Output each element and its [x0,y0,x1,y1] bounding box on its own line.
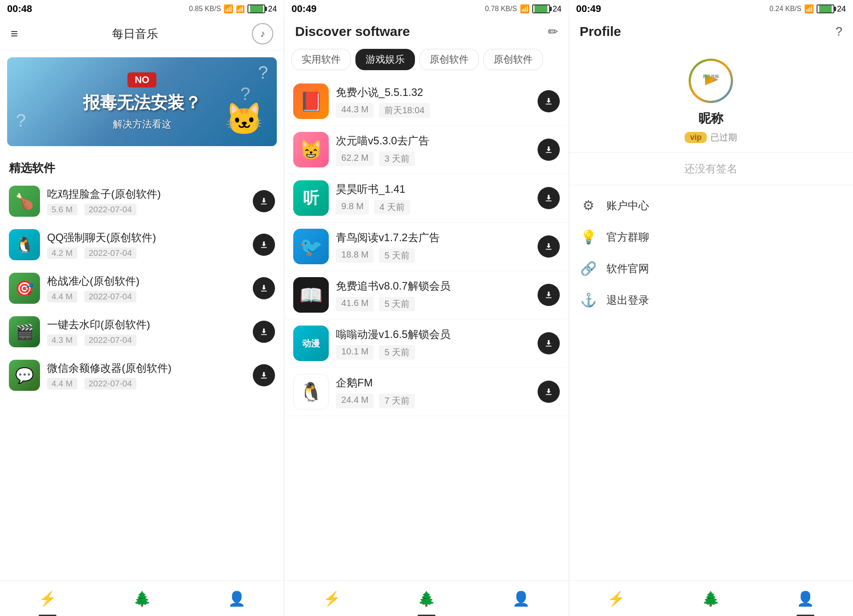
discover-title: Discover software [295,24,410,39]
discover-list-item: 🐧 企鹅FM 24.4 M 7 天前 [284,368,568,416]
app-icon: 🎯 [9,273,40,304]
app-date: 2022-07-04 [84,291,136,302]
download-button[interactable] [253,364,275,386]
download-button[interactable] [253,190,275,212]
nav-discover-2[interactable]: 🌲 [379,581,474,616]
discover-app-date: 3 天前 [379,151,415,166]
app-meta: 5.6 M 2022-07-04 [47,204,246,215]
discover-app-meta: 41.6 M 5 天前 [336,297,530,311]
battery-2 [532,4,550,13]
nav-home-3[interactable]: ⚡ [569,581,664,616]
download-button[interactable] [253,321,275,343]
signal-icon-1: 📶 [236,5,245,13]
bottom-nav-3: ⚡ 🌲 👤 [569,580,853,616]
lightning-icon-2: ⚡ [323,590,341,607]
filter-tab-0[interactable]: 实用软件 [291,49,351,70]
lightning-icon-1: ⚡ [39,590,56,607]
discover-app-name: 企鹅FM [336,376,530,390]
help-icon[interactable]: ? [835,24,842,39]
status-bars: 00:48 0.85 KB/S 📶 📶 24 00:49 0.78 KB/S 📶… [0,0,853,18]
discover-list-item: 📖 免费追书v8.0.7解锁会员 41.6 M 5 天前 [284,271,568,319]
discover-app-meta: 44.3 M 前天18:04 [336,103,530,118]
bottom-nav-2: ⚡ 🌲 👤 [284,580,568,616]
discover-download-button[interactable] [538,90,560,112]
network-speed-3: 0.24 KB/S [769,5,801,13]
app-name: 枪战准心(原创软件) [47,274,246,288]
profile-menu-item-3[interactable]: ⚓ 退出登录 [569,284,853,316]
wifi-icon-3: 📶 [804,4,814,14]
discover-app-size: 18.8 M [336,248,374,263]
tree-icon-2: 🌲 [418,590,435,607]
filter-tab-2[interactable]: 原创软件 [419,49,479,70]
panel-profile: Profile ? 腾讯视频 [569,18,853,616]
app-date: 2022-07-04 [84,378,136,389]
discover-download-button[interactable] [538,381,560,403]
time-1: 00:48 [7,3,32,15]
avatar: 腾讯视频 [689,59,733,103]
discover-app-name: 青鸟阅读v1.7.2去广告 [336,231,530,245]
app-list-item: 💬 微信余额修改器(原创软件) 4.4 M 2022-07-04 [0,354,284,397]
discover-app-info: 企鹅FM 24.4 M 7 天前 [336,376,530,408]
nav-profile-3[interactable]: 👤 [758,581,853,616]
battery-num-2: 24 [553,4,562,14]
filter-tab-1[interactable]: 游戏娱乐 [355,49,415,70]
nav-discover-3[interactable]: 🌲 [664,581,758,616]
app-info: QQ强制聊天(原创软件) 4.2 M 2022-07-04 [47,231,246,259]
discover-download-button[interactable] [538,235,560,258]
status-bar-1: 00:48 0.85 KB/S 📶 📶 24 [0,0,284,18]
discover-list-item: 😸 次元喵v5.3.0去广告 62.2 M 3 天前 [284,126,568,174]
banner-main-text: 报毒无法安装？ [83,92,201,114]
profile-menu-item-0[interactable]: ⚙ 账户中心 [569,190,853,221]
app-list-item: 🍗 吃鸡捏脸盒子(原创软件) 5.6 M 2022-07-04 [0,179,284,223]
app-list-item: 🎬 一键去水印(原创软件) 4.3 M 2022-07-04 [0,310,284,354]
settings-icon: ⚙ [580,198,598,213]
app-meta: 4.4 M 2022-07-04 [47,291,246,302]
discover-app-name: 嗡嗡动漫v1.6.5解锁会员 [336,327,530,342]
app-meta: 4.3 M 2022-07-04 [47,334,246,346]
discover-app-info: 免费小说_5.5.1.32 44.3 M 前天18:04 [336,85,530,118]
discover-download-button[interactable] [538,284,560,306]
profile-menu-item-2[interactable]: 🔗 软件官网 [569,253,853,284]
wifi-icon-2: 📶 [520,4,530,14]
discover-app-date: 7 天前 [379,393,415,408]
tree-icon-1: 🌲 [133,590,151,607]
discover-download-button[interactable] [538,187,560,209]
app-list-item: 🐧 QQ强制聊天(原创软件) 4.2 M 2022-07-04 [0,223,284,266]
discover-header: Discover software ✏ [284,18,568,45]
battery-num-3: 24 [837,4,846,14]
website-icon: 🔗 [580,261,598,276]
music-note-icon: ♪ [260,28,265,40]
nav-profile-1[interactable]: 👤 [189,581,284,616]
discover-app-date: 4 天前 [374,200,410,215]
discover-app-icon: 🐦 [293,229,329,264]
profile-header: Profile ? [569,18,853,45]
music-button[interactable]: ♪ [252,23,273,44]
download-button[interactable] [253,234,275,256]
app-info: 吃鸡捏脸盒子(原创软件) 5.6 M 2022-07-04 [47,187,246,215]
nav-profile-2[interactable]: 👤 [474,581,569,616]
menu-icon[interactable]: ≡ [11,27,18,41]
discover-app-name: 免费追书v8.0.7解锁会员 [336,279,530,293]
banner-sub-text: 解决方法看这 [113,118,171,131]
app-icon: 🐧 [9,229,40,260]
discover-app-size: 9.8 M [336,200,369,215]
discover-app-size: 24.4 M [336,393,374,408]
nav-home-1[interactable]: ⚡ [0,581,95,616]
menu-item-label-2: 软件官网 [606,262,649,276]
discover-app-info: 青鸟阅读v1.7.2去广告 18.8 M 5 天前 [336,231,530,263]
discover-app-name: 昊昊听书_1.41 [336,182,530,196]
edit-icon[interactable]: ✏ [548,24,558,39]
discover-app-icon: 🐧 [293,374,329,409]
network-speed-2: 0.78 KB/S [485,5,517,13]
panel-discover: Discover software ✏ 实用软件游戏娱乐原创软件原创软件 📕 免… [284,18,569,616]
nav-discover-1[interactable]: 🌲 [95,581,189,616]
profile-menu-item-1[interactable]: 💡 官方群聊 [569,221,853,253]
discover-download-button[interactable] [538,139,560,161]
download-button[interactable] [253,277,275,299]
filter-tab-3[interactable]: 原创软件 [483,49,543,70]
banner[interactable]: ? ? ? 🐱 NO 报毒无法安装？ 解决方法看这 [7,57,277,146]
nav-home-2[interactable]: ⚡ [284,581,379,616]
discover-download-button[interactable] [538,332,560,354]
discover-app-size: 41.6 M [336,297,374,311]
person-icon-1: 👤 [228,590,246,607]
